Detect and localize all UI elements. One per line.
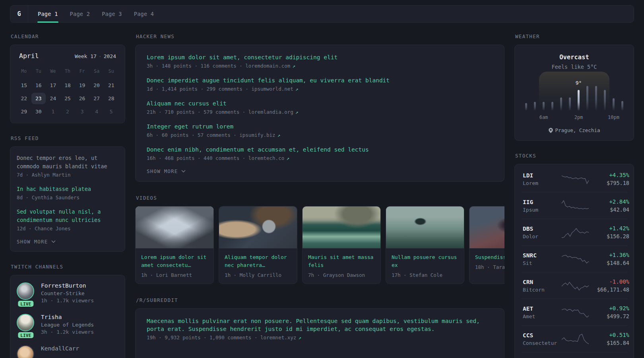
stocks-widget-label: STOCKS xyxy=(515,153,634,159)
calendar-weekday: Th xyxy=(60,67,75,76)
stock-sparkline-wrap xyxy=(561,279,590,292)
external-link-icon[interactable]: ↗ xyxy=(292,63,295,69)
stock-sparkline-wrap xyxy=(561,252,590,266)
video-title[interactable]: Suspendisse diam xyxy=(475,253,504,261)
weather-hour-bar xyxy=(578,90,580,111)
page-tabs: Page 1Page 2Page 3Page 4 xyxy=(28,6,160,22)
stock-row[interactable]: AETAmet+0.92%$499.72 xyxy=(521,299,627,325)
show-more-button[interactable]: SHOW MORE xyxy=(17,239,56,245)
stock-row[interactable]: LDILorem+4.35%$795.18 xyxy=(521,166,627,192)
stock-values: +1.42%$156.28 xyxy=(590,225,629,239)
videos-row: Lorem ipsum dolor sit amet consectetu…1h… xyxy=(135,206,504,284)
hacker-news-item-title[interactable]: Integer eget rutrum lorem xyxy=(147,123,493,130)
calendar-week-year: Week 17·2024 xyxy=(75,53,116,59)
weather-widget: WEATHER Overcast Feels like 5°C 9° 6am2p… xyxy=(514,33,634,141)
stock-row[interactable]: DBSDolor+1.42%$156.28 xyxy=(521,219,627,245)
stock-row[interactable]: CCSConsectetur+0.51%$165.84 xyxy=(521,325,627,352)
stock-row[interactable]: AHS+0.46% xyxy=(521,352,627,358)
video-card[interactable]: Lorem ipsum dolor sit amet consectetu…1h… xyxy=(135,206,214,284)
twitch-channel-category: League of Legends xyxy=(41,322,94,328)
live-badge: LIVE xyxy=(18,301,33,307)
stock-price: $148.64 xyxy=(590,260,629,266)
video-meta: 17h · Stefan Cole xyxy=(392,272,458,278)
stock-id: AETAmet xyxy=(523,305,561,319)
video-card[interactable]: Aliquam tempor dolor nec pharetra…1h · M… xyxy=(219,206,297,284)
stock-sparkline xyxy=(561,199,590,212)
dot-separator: · xyxy=(99,53,102,59)
rss-item-title[interactable]: In hac habitasse platea xyxy=(17,185,118,193)
video-card[interactable]: Nullam posuere cursus ex17h · Stefan Col… xyxy=(386,206,464,284)
external-link-icon[interactable]: ↗ xyxy=(295,86,299,92)
chevron-down-icon xyxy=(51,240,56,243)
subreddit-post-meta: 19h · 9,932 points · 1,090 comments · lo… xyxy=(147,335,493,340)
calendar-weekday: Su xyxy=(104,67,118,76)
subreddit-post-meta-text: 19h · 9,932 points · 1,090 comments · lo… xyxy=(147,335,296,340)
daylight-region xyxy=(539,72,609,111)
rss-item-meta: 12d · Chance Jones xyxy=(17,226,118,232)
calendar-weekday: Fr xyxy=(75,67,89,76)
video-thumbnail[interactable] xyxy=(219,206,297,249)
stock-price: $795.18 xyxy=(590,180,629,186)
external-link-icon[interactable]: ↗ xyxy=(295,109,299,115)
calendar-header: April Week 17·2024 xyxy=(17,52,118,60)
video-thumbnail[interactable] xyxy=(469,206,504,249)
video-card-body: Nullam posuere cursus ex17h · Stefan Col… xyxy=(386,249,464,284)
stock-values: +2.84%$42.04 xyxy=(590,198,629,213)
calendar-weekday: We xyxy=(46,67,60,76)
external-link-icon[interactable]: ↗ xyxy=(298,335,301,340)
video-thumbnail[interactable] xyxy=(303,206,380,249)
twitch-channel-row[interactable]: LIVETrishaLeague of Legends3h · 1.2k vie… xyxy=(17,314,118,335)
hacker-news-item-title[interactable]: Lorem ipsum dolor sit amet, consectetur … xyxy=(147,53,493,61)
stock-row[interactable]: CRNBitcorn-1.00%$66,171.48 xyxy=(521,272,627,299)
video-thumbnail[interactable] xyxy=(136,206,213,249)
video-card-body: Suspendisse diam18h · Tara xyxy=(469,249,504,276)
calendar-widget-label: CALENDAR xyxy=(11,33,125,39)
nav-tab-page-3[interactable]: Page 3 xyxy=(96,6,128,22)
stock-sparkline xyxy=(561,226,590,239)
calendar-day: 26 xyxy=(75,93,89,104)
video-card[interactable]: Mauris sit amet massa felis7h · Grayson … xyxy=(302,206,381,284)
rss-item-title[interactable]: Sed volutpat nulla nisl, a condimentum n… xyxy=(17,208,118,224)
calendar-card: April Week 17·2024 MoTuWeThFrSaSu 151617… xyxy=(10,45,125,123)
weather-hour-bar xyxy=(551,102,553,111)
video-title[interactable]: Mauris sit amet massa felis xyxy=(308,253,375,269)
rss-widget: RSS FEED Donec tempor eros leo, ut commo… xyxy=(10,135,125,252)
nav-tab-page-2[interactable]: Page 2 xyxy=(64,6,96,22)
video-title[interactable]: Lorem ipsum dolor sit amet consectetu… xyxy=(141,253,208,269)
video-thumbnail[interactable] xyxy=(386,206,464,249)
external-link-icon[interactable]: ↗ xyxy=(277,132,281,138)
stock-price: $156.28 xyxy=(590,233,629,239)
video-card[interactable]: Suspendisse diam18h · Tara xyxy=(469,206,504,284)
stock-sparkline-wrap xyxy=(561,199,590,212)
app-logo[interactable]: G xyxy=(10,6,28,22)
stock-change: +1.36% xyxy=(590,252,629,258)
stock-id: CCSConsectetur xyxy=(523,332,561,346)
stock-price: $42.04 xyxy=(590,206,629,213)
stock-row[interactable]: IIGIpsum+2.84%$42.04 xyxy=(521,192,627,219)
video-card-body: Lorem ipsum dolor sit amet consectetu…1h… xyxy=(136,249,213,284)
external-link-icon[interactable]: ↗ xyxy=(286,155,289,161)
nav-tab-page-4[interactable]: Page 4 xyxy=(128,6,160,22)
twitch-channel-meta: 3h · 1.2k viewers xyxy=(41,329,94,335)
weather-hour-bar xyxy=(525,103,527,111)
hacker-news-item-title[interactable]: Aliquam nec cursus elit xyxy=(147,99,493,107)
hacker-news-item-title[interactable]: Donec enim nibh, condimentum et accumsan… xyxy=(147,146,493,154)
hacker-news-widget: HACKER NEWS Lorem ipsum dolor sit amet, … xyxy=(135,33,504,182)
show-more-button[interactable]: SHOW MORE xyxy=(147,168,186,174)
subreddit-post-title[interactable]: Maecenas mollis pulvinar erat non posuer… xyxy=(147,317,493,333)
nav-tab-page-1[interactable]: Page 1 xyxy=(32,6,64,22)
hacker-news-item-title[interactable]: Donec imperdiet augue tincidunt felis al… xyxy=(147,76,493,84)
weather-hourly-chart: 9° xyxy=(525,84,623,111)
calendar-day: 1 xyxy=(46,106,60,117)
video-title[interactable]: Aliquam tempor dolor nec pharetra… xyxy=(225,253,291,269)
stock-row[interactable]: SNRCSit+1.36%$148.64 xyxy=(521,245,627,272)
twitch-channel-meta: 1h · 1.7k viewers xyxy=(41,298,94,304)
twitch-channel-row[interactable]: KendallCarr xyxy=(17,345,118,358)
weather-hour-label: 10pm xyxy=(608,115,619,120)
rss-item-title[interactable]: Donec tempor eros leo, ut commodo mauris… xyxy=(17,154,118,171)
twitch-channel-row[interactable]: LIVEForrestBurtonCounter-Strike1h · 1.7k… xyxy=(17,282,118,304)
video-title[interactable]: Nullam posuere cursus ex xyxy=(392,253,458,269)
stock-values: +4.35%$795.18 xyxy=(590,172,629,186)
stock-name: Bitcorn xyxy=(523,287,561,293)
stock-change: +0.92% xyxy=(590,305,629,311)
